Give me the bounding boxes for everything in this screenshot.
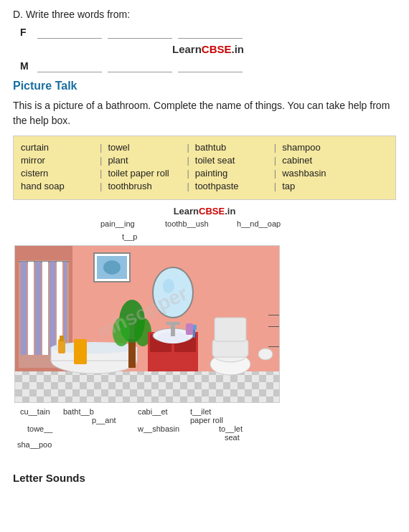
label-washbasin: w__shbasin <box>138 424 179 433</box>
svg-rect-33 <box>171 323 175 336</box>
blank-m-1[interactable] <box>37 60 102 72</box>
label-shampoo: sha__poo <box>17 440 52 449</box>
help-hand-soap: hand soap <box>21 181 100 191</box>
row-f: F <box>20 26 396 39</box>
picture-talk-title: Picture Talk <box>13 80 396 92</box>
label-toilet-seat: to__let <box>219 424 243 433</box>
help-shampoo: shampoo <box>282 142 361 153</box>
help-towel: towel <box>108 142 187 153</box>
blank-f-1[interactable] <box>37 26 102 39</box>
label-toothbrush: toothb__ush <box>165 219 209 228</box>
intro-text: This is a picture of a bathroom. Complet… <box>13 98 396 128</box>
svg-rect-44 <box>60 336 64 341</box>
row-m-label: M <box>20 60 32 72</box>
svg-rect-47 <box>186 323 193 335</box>
label-painting: pain__ing <box>100 219 135 228</box>
row-m: M <box>20 60 396 72</box>
label-toilet: t__ilet <box>190 407 211 416</box>
blank-f-3[interactable] <box>178 26 243 39</box>
help-painting: painting <box>195 168 274 179</box>
bathroom-section: LearnCBSE.in pain__ing toothb__ush h__nd… <box>13 206 396 462</box>
bathroom-illustration: mhsopper <box>15 246 280 403</box>
watermark-cbse: CBSE <box>202 43 232 55</box>
label-curtain: cu__tain <box>20 407 50 416</box>
help-toothbrush: toothbrush <box>108 181 187 191</box>
label-paper-roll: paper roll <box>190 416 223 424</box>
help-toilet-seat: toilet seat <box>195 155 274 166</box>
svg-rect-10 <box>21 262 27 355</box>
help-toilet-paper-roll: toilet paper roll <box>108 168 187 179</box>
help-row-1: curtain | towel | bathtub | shampoo <box>21 142 388 153</box>
help-cistern: cistern <box>21 168 100 179</box>
svg-point-23 <box>103 260 121 275</box>
svg-rect-39 <box>212 339 248 357</box>
help-tap: tap <box>282 181 361 191</box>
watermark2-cbse: CBSE <box>199 206 225 217</box>
label-cabinet: cabi__et <box>138 407 168 416</box>
help-curtain: curtain <box>21 142 100 153</box>
svg-rect-14 <box>50 262 55 355</box>
help-mirror: mirror <box>21 155 100 166</box>
svg-point-42 <box>258 348 273 360</box>
help-bathtub: bathtub <box>195 142 274 153</box>
svg-rect-11 <box>28 262 34 355</box>
label-plant: p__ant <box>92 416 116 424</box>
blank-m-2[interactable] <box>108 60 172 72</box>
svg-rect-40 <box>215 318 246 341</box>
svg-rect-24 <box>128 339 136 368</box>
svg-rect-12 <box>35 262 41 355</box>
blank-m-3[interactable] <box>178 60 243 72</box>
row-f-label: F <box>20 27 32 38</box>
write-words-grid: F LearnCBSE.in M <box>20 26 396 72</box>
watermark2-domain: .in <box>225 206 235 217</box>
label-towel: towe__ <box>27 424 52 433</box>
help-cabinet: cabinet <box>282 155 361 166</box>
svg-rect-34 <box>166 322 180 325</box>
watermark-row: LearnCBSE.in <box>20 43 396 55</box>
help-washbasin: washbasin <box>282 168 361 179</box>
label-tap: t__p <box>122 232 137 241</box>
help-toothpaste: toothpaste <box>195 181 274 191</box>
label-seat: seat <box>225 433 240 442</box>
svg-rect-13 <box>42 262 48 355</box>
letter-sounds-title: Letter Sounds <box>13 472 396 484</box>
watermark-domain: .in <box>232 43 245 55</box>
cbse-watermark-2: LearnCBSE.in <box>13 206 396 217</box>
help-plant: plant <box>108 155 187 166</box>
help-row-3: cistern | toilet paper roll | painting |… <box>21 168 388 179</box>
help-row-4: hand soap | toothbrush | toothpaste | ta… <box>21 181 388 191</box>
blank-f-2[interactable] <box>108 26 172 39</box>
watermark2-learn: Learn <box>174 206 199 217</box>
section-d-title: D. Write three words from: <box>13 9 396 20</box>
label-handsoap: h__nd__oap <box>237 219 281 228</box>
help-row-2: mirror | plant | toilet seat | cabinet <box>21 155 388 166</box>
label-bathtub: batht__b <box>63 407 94 416</box>
svg-rect-20 <box>74 339 87 364</box>
watermark-learn: Learn <box>172 43 202 55</box>
help-box: curtain | towel | bathtub | shampoo mirr… <box>13 136 396 200</box>
